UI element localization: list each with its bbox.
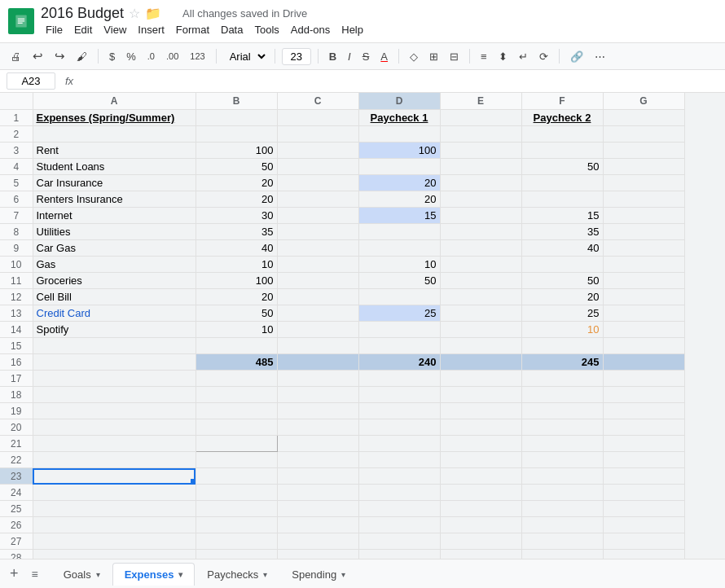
borders-button[interactable]: ⊞ <box>425 48 442 65</box>
row-header-16[interactable]: 16 <box>0 354 33 371</box>
cell-A19[interactable] <box>33 403 196 419</box>
cell-B6[interactable]: 20 <box>196 191 277 208</box>
menu-format[interactable]: Format <box>171 22 214 37</box>
cell-D9[interactable] <box>358 240 440 257</box>
menu-data[interactable]: Data <box>216 22 248 37</box>
cell-F3[interactable] <box>521 143 603 159</box>
cell-G20[interactable] <box>603 419 684 436</box>
cell-B17[interactable] <box>196 371 277 387</box>
cell-F23[interactable] <box>521 468 603 485</box>
cell-E1[interactable] <box>440 110 521 126</box>
cell-G16[interactable] <box>603 354 684 371</box>
menu-addons[interactable]: Add-ons <box>286 22 335 37</box>
bold-button[interactable]: B <box>325 48 341 65</box>
cell-C18[interactable] <box>277 387 358 403</box>
print-button[interactable]: 🖨 <box>7 48 25 65</box>
cell-F2[interactable] <box>521 126 603 143</box>
cell-C10[interactable] <box>277 257 358 273</box>
row-header-28[interactable]: 28 <box>0 550 33 559</box>
cell-B1[interactable] <box>196 110 277 126</box>
cell-D12[interactable] <box>358 289 440 305</box>
row-header-20[interactable]: 20 <box>0 419 33 436</box>
cell-D23[interactable] <box>358 468 440 485</box>
cell-B9[interactable]: 40 <box>196 240 277 257</box>
cell-A17[interactable] <box>33 371 196 387</box>
row-header-21[interactable]: 21 <box>0 436 33 452</box>
cell-F16[interactable]: 245 <box>521 354 603 371</box>
sheet-list-button[interactable]: ≡ <box>29 564 42 584</box>
cell-E15[interactable] <box>440 338 521 354</box>
cell-A1[interactable]: Expenses (Spring/Summer) <box>33 110 196 126</box>
cell-F17[interactable] <box>521 371 603 387</box>
rotate-button[interactable]: ⟳ <box>535 48 552 65</box>
cell-D25[interactable] <box>358 501 440 517</box>
cell-D11[interactable]: 50 <box>358 273 440 289</box>
cell-E8[interactable] <box>440 224 521 240</box>
cell-D26[interactable] <box>358 517 440 533</box>
cell-B10[interactable]: 10 <box>196 257 277 273</box>
cell-C6[interactable] <box>277 191 358 208</box>
cell-E12[interactable] <box>440 289 521 305</box>
cell-C27[interactable] <box>277 533 358 550</box>
cell-E3[interactable] <box>440 143 521 159</box>
cell-B22[interactable] <box>196 452 277 468</box>
cell-E28[interactable] <box>440 550 521 559</box>
cell-C26[interactable] <box>277 517 358 533</box>
tab-paychecks[interactable]: Paychecks ▾ <box>195 563 279 586</box>
decimal-decrease-button[interactable]: .0 <box>143 49 159 64</box>
row-header-22[interactable]: 22 <box>0 452 33 468</box>
more-button[interactable]: ⋯ <box>591 48 609 65</box>
cell-G13[interactable] <box>603 305 684 322</box>
cell-F15[interactable] <box>521 338 603 354</box>
cell-C20[interactable] <box>277 419 358 436</box>
col-header-d[interactable]: D <box>358 93 440 110</box>
cell-G17[interactable] <box>603 371 684 387</box>
paint-format-button[interactable]: 🖌 <box>72 48 91 65</box>
col-header-e[interactable]: E <box>440 93 521 110</box>
cell-C24[interactable] <box>277 485 358 501</box>
link-button[interactable]: 🔗 <box>566 48 587 65</box>
cell-E5[interactable] <box>440 175 521 191</box>
row-header-10[interactable]: 10 <box>0 257 33 273</box>
cell-A12[interactable]: Cell Bill <box>33 289 196 305</box>
cell-F24[interactable] <box>521 485 603 501</box>
italic-button[interactable]: I <box>344 48 355 65</box>
cell-D18[interactable] <box>358 387 440 403</box>
folder-icon[interactable]: 📁 <box>145 6 161 21</box>
menu-insert[interactable]: Insert <box>133 22 169 37</box>
cell-B19[interactable] <box>196 403 277 419</box>
cell-E2[interactable] <box>440 126 521 143</box>
cell-F25[interactable] <box>521 501 603 517</box>
cell-D1[interactable]: Paycheck 1 <box>358 110 440 126</box>
cell-B2[interactable] <box>196 126 277 143</box>
row-header-9[interactable]: 9 <box>0 240 33 257</box>
cell-B7[interactable]: 30 <box>196 208 277 224</box>
cell-G22[interactable] <box>603 452 684 468</box>
cell-F10[interactable] <box>521 257 603 273</box>
cell-B21[interactable] <box>196 436 277 452</box>
cell-G26[interactable] <box>603 517 684 533</box>
row-header-24[interactable]: 24 <box>0 485 33 501</box>
cell-F18[interactable] <box>521 387 603 403</box>
cell-C12[interactable] <box>277 289 358 305</box>
cell-E17[interactable] <box>440 371 521 387</box>
fill-color-button[interactable]: ◇ <box>406 48 422 65</box>
row-header-26[interactable]: 26 <box>0 517 33 533</box>
row-header-15[interactable]: 15 <box>0 338 33 354</box>
cell-F26[interactable] <box>521 517 603 533</box>
cell-G23[interactable] <box>603 468 684 485</box>
cell-B14[interactable]: 10 <box>196 322 277 338</box>
cell-A21[interactable] <box>33 436 196 452</box>
row-header-4[interactable]: 4 <box>0 159 33 175</box>
decimal-increase-button[interactable]: .00 <box>162 49 182 64</box>
cell-A8[interactable]: Utilities <box>33 224 196 240</box>
cell-G24[interactable] <box>603 485 684 501</box>
cell-G9[interactable] <box>603 240 684 257</box>
cell-G6[interactable] <box>603 191 684 208</box>
add-sheet-button[interactable]: + <box>7 562 22 586</box>
cell-G11[interactable] <box>603 273 684 289</box>
cell-E13[interactable] <box>440 305 521 322</box>
tab-expenses-dropdown[interactable]: ▾ <box>178 570 182 579</box>
cell-F22[interactable] <box>521 452 603 468</box>
cell-G7[interactable] <box>603 208 684 224</box>
